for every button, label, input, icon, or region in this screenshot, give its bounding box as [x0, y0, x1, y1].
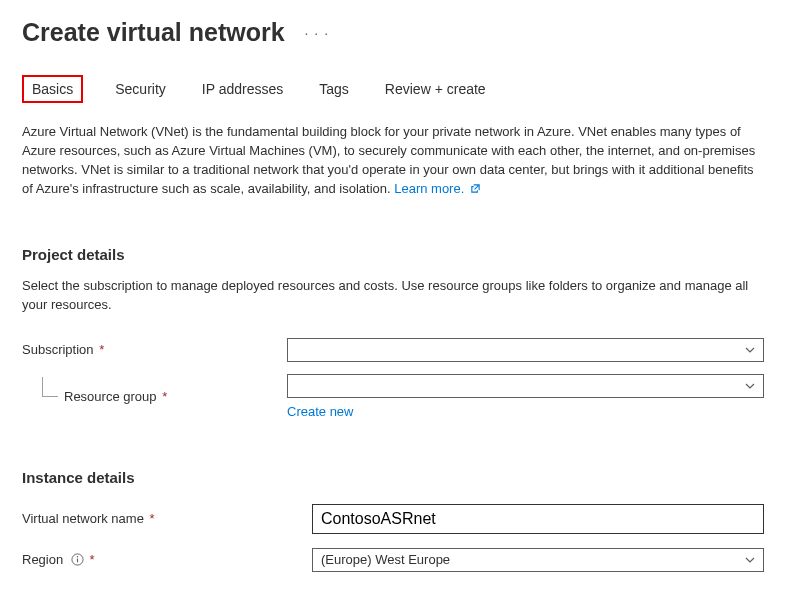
chevron-down-icon [745, 347, 755, 353]
tab-bar: Basics Security IP addresses Tags Review… [22, 75, 764, 103]
required-mark: * [99, 342, 104, 357]
tab-ip-addresses[interactable]: IP addresses [198, 75, 287, 103]
vnet-name-label: Virtual network name * [22, 511, 312, 526]
vnet-name-input-wrapper [312, 504, 764, 534]
page-title: Create virtual network [22, 18, 285, 47]
tab-tags[interactable]: Tags [315, 75, 353, 103]
tab-review-create[interactable]: Review + create [381, 75, 490, 103]
tree-indent-line [42, 377, 58, 397]
svg-point-1 [77, 556, 78, 557]
subscription-label: Subscription * [22, 342, 287, 357]
region-select[interactable]: (Europe) West Europe [312, 548, 764, 572]
description-text: Azure Virtual Network (VNet) is the fund… [22, 124, 755, 196]
project-details-heading: Project details [22, 246, 764, 263]
chevron-down-icon [745, 383, 755, 389]
project-details-desc: Select the subscription to manage deploy… [22, 277, 764, 313]
tab-security[interactable]: Security [111, 75, 170, 103]
create-new-resource-group-link[interactable]: Create new [287, 404, 353, 419]
more-actions-button[interactable]: · · · [301, 21, 333, 45]
subscription-select[interactable] [287, 338, 764, 362]
resource-group-label: Resource group * [22, 389, 287, 404]
learn-more-link[interactable]: Learn more. [394, 181, 481, 196]
required-mark: * [150, 511, 155, 526]
required-mark: * [162, 389, 167, 404]
chevron-down-icon [745, 557, 755, 563]
resource-group-select[interactable] [287, 374, 764, 398]
learn-more-text: Learn more. [394, 181, 464, 196]
tab-basics[interactable]: Basics [22, 75, 83, 103]
required-mark: * [89, 552, 94, 567]
svg-rect-2 [77, 559, 78, 563]
region-value: (Europe) West Europe [321, 552, 450, 567]
vnet-name-input[interactable] [321, 510, 755, 528]
region-label: Region * [22, 552, 312, 567]
external-link-icon [470, 183, 481, 194]
vnet-description: Azure Virtual Network (VNet) is the fund… [22, 123, 764, 198]
instance-details-heading: Instance details [22, 469, 764, 486]
info-icon[interactable] [71, 553, 84, 566]
